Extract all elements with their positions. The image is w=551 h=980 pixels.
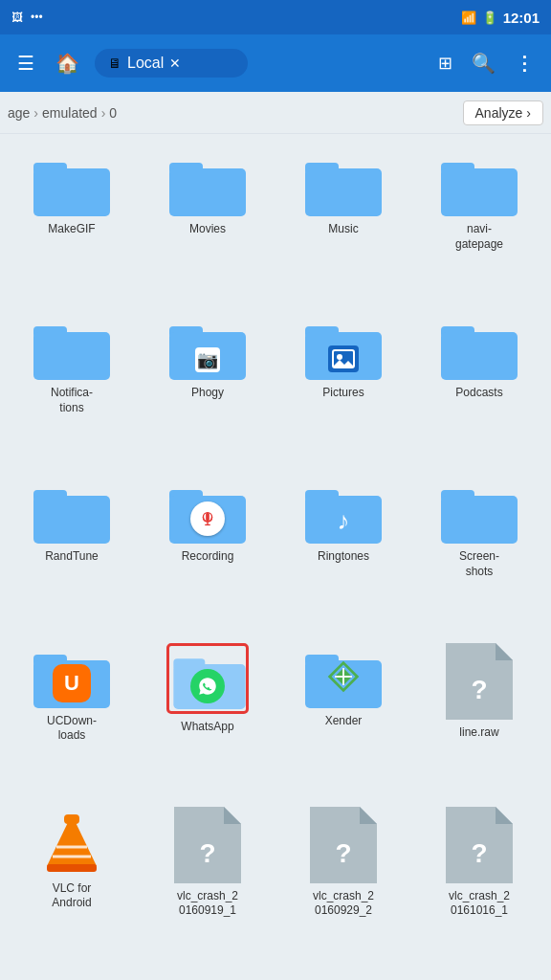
file-label-pictures: Pictures	[322, 386, 364, 401]
svg-marker-42	[496, 643, 513, 660]
file-label-makegif: MakeGIF	[48, 222, 95, 237]
svg-marker-53	[360, 807, 377, 824]
svg-point-15	[337, 354, 342, 360]
file-label-movies: Movies	[189, 222, 226, 237]
svg-rect-3	[169, 168, 246, 216]
file-item-music[interactable]: Music	[276, 142, 411, 305]
file-label-phogy: Phogy	[191, 386, 224, 401]
local-tab[interactable]: 🖥 Local ✕	[95, 49, 248, 78]
file-label-notifications: Notifica- tions	[51, 386, 93, 415]
vlc-icon	[37, 807, 106, 876]
file-item-whatsapp[interactable]: WhatsApp	[140, 634, 276, 797]
status-bar-right: 📶 🔋 12:01	[461, 10, 540, 26]
file-item-vlccrash2[interactable]: ? vlc_crash_2 0160929_2	[276, 797, 411, 972]
file-item-vlccrash3[interactable]: ? vlc_crash_2 0161016_1	[411, 797, 547, 972]
status-bar: 🖼 ••• 📶 🔋 12:01	[0, 0, 551, 34]
svg-rect-9	[33, 332, 110, 380]
network-button[interactable]: ⊞	[432, 47, 458, 79]
file-label-music: Music	[328, 222, 358, 237]
status-bar-left: 🖼 •••	[11, 11, 43, 24]
svg-text:?: ?	[335, 838, 351, 868]
file-item-movies[interactable]: Movies	[140, 142, 276, 305]
unknown-file-icon-vlccrash1: ?	[174, 807, 241, 883]
file-item-notifications[interactable]: Notifica- tions	[4, 305, 140, 469]
file-label-lineraw: line.raw	[459, 725, 498, 741]
file-label-navigatepage: navi- gatepage	[455, 222, 503, 252]
svg-rect-1	[33, 168, 110, 216]
whatsapp-overlay-icon	[190, 669, 225, 703]
file-item-recording[interactable]: Recording	[140, 469, 276, 633]
svg-rect-29	[441, 496, 518, 544]
toolbar-actions: ⊞ 🔍 ⋮	[432, 46, 540, 80]
breadcrumb-age[interactable]: age	[8, 105, 30, 121]
file-label-ucdownloads: UCDown- loads	[47, 714, 97, 744]
toolbar: ☰ 🏠 🖥 Local ✕ ⊞ 🔍 ⋮	[0, 34, 551, 92]
file-label-randtune: RandTune	[45, 549, 99, 565]
svg-rect-48	[47, 864, 97, 872]
recording-overlay-icon	[190, 501, 225, 536]
ringtones-overlay-icon: ♪	[338, 506, 350, 536]
svg-rect-45	[64, 814, 79, 824]
file-item-xender[interactable]: Xender	[276, 634, 411, 797]
pictures-overlay-icon	[328, 345, 359, 372]
breadcrumb-sep-2: ›	[101, 105, 106, 121]
svg-marker-50	[224, 807, 241, 824]
file-item-makegif[interactable]: MakeGIF	[4, 142, 140, 305]
file-label-xender: Xender	[325, 714, 363, 729]
analyze-button[interactable]: Analyze ›	[463, 100, 543, 125]
svg-rect-7	[441, 168, 518, 216]
local-tab-folder-icon: 🖥	[108, 56, 121, 71]
svg-rect-17	[441, 332, 518, 380]
file-label-vlc: VLC for Android	[52, 881, 91, 911]
file-item-randtune[interactable]: RandTune	[4, 469, 140, 633]
file-label-ringtones: Ringtones	[318, 549, 369, 565]
svg-text:?: ?	[471, 675, 487, 704]
xender-overlay-icon	[326, 659, 361, 701]
svg-rect-5	[305, 168, 382, 216]
breadcrumb: age › emulated › 0 Analyze ›	[0, 92, 551, 134]
file-label-recording: Recording	[182, 549, 234, 565]
file-label-vlccrash1: vlc_crash_2 0160919_1	[177, 889, 238, 919]
file-item-ringtones[interactable]: ♪Ringtones	[276, 469, 411, 633]
file-label-podcasts: Podcasts	[455, 386, 502, 401]
file-label-vlccrash3: vlc_crash_2 0161016_1	[449, 889, 510, 919]
file-label-screenshots: Screen- shots	[459, 549, 499, 579]
file-item-vlccrash1[interactable]: ? vlc_crash_2 0160919_1	[140, 797, 276, 972]
svg-rect-23	[206, 513, 209, 522]
file-item-ucdownloads[interactable]: UUCDown- loads	[4, 634, 140, 797]
file-item-pictures[interactable]: Pictures	[276, 305, 411, 469]
more-options-button[interactable]: ⋮	[509, 46, 540, 80]
breadcrumb-0[interactable]: 0	[109, 105, 117, 121]
file-item-screenshots[interactable]: Screen- shots	[411, 469, 547, 633]
local-tab-label: Local	[127, 55, 164, 72]
svg-text:?: ?	[199, 838, 215, 868]
file-item-vlc[interactable]: VLC for Android	[4, 797, 140, 972]
uc-overlay-icon: U	[53, 664, 91, 702]
hamburger-icon: ☰	[17, 52, 34, 75]
local-tab-close-icon[interactable]: ✕	[169, 56, 181, 71]
file-item-lineraw[interactable]: ? line.raw	[411, 634, 547, 797]
more-icon: ⋮	[515, 52, 534, 75]
phogy-overlay-icon: 📷	[195, 347, 220, 372]
battery-icon: 🔋	[482, 11, 497, 25]
svg-marker-56	[496, 807, 513, 824]
unknown-file-icon-vlccrash2: ?	[310, 807, 377, 883]
search-icon: 🔍	[472, 52, 496, 75]
home-button[interactable]: 🏠	[50, 46, 85, 80]
analyze-chevron-icon: ›	[526, 105, 531, 121]
svg-rect-19	[33, 496, 110, 544]
clock: 12:01	[503, 10, 540, 26]
breadcrumb-emulated[interactable]: emulated	[42, 105, 98, 121]
file-item-podcasts[interactable]: Podcasts	[411, 305, 547, 469]
svg-text:?: ?	[471, 838, 487, 868]
notification-icon: 🖼	[11, 11, 23, 24]
more-notifications-icon: •••	[31, 11, 43, 24]
file-item-navigatepage[interactable]: navi- gatepage	[411, 142, 547, 305]
file-label-whatsapp: WhatsApp	[181, 720, 233, 735]
signal-icon: 📶	[461, 11, 476, 25]
unknown-file-icon-lineraw: ?	[446, 643, 513, 720]
file-item-phogy[interactable]: 📷Phogy	[140, 305, 276, 469]
file-label-vlccrash2: vlc_crash_2 0160929_2	[313, 889, 374, 919]
menu-button[interactable]: ☰	[11, 46, 40, 80]
search-button[interactable]: 🔍	[466, 46, 501, 80]
